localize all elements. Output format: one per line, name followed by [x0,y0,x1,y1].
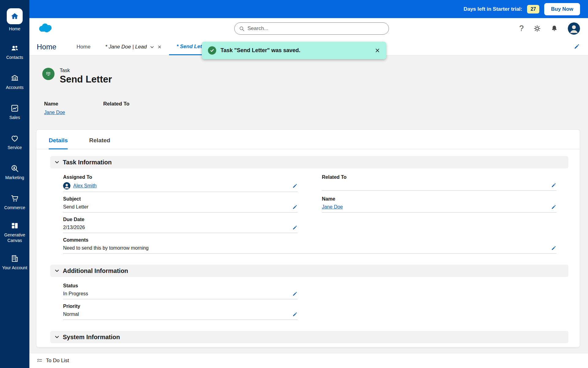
record-header: Task Send Letter [42,68,112,85]
highlight-label: Name [44,101,103,107]
edit-status-icon[interactable] [289,291,298,297]
section-additional-information[interactable]: Additional Information [50,265,568,277]
edit-subject-icon[interactable] [289,204,298,210]
field-related-to: Related To [322,174,556,192]
chevron-down-icon[interactable] [150,45,154,49]
search-input[interactable] [247,25,384,32]
home-icon [7,8,23,24]
chevron-down-icon [55,268,59,273]
todo-list-label: To Do List [46,358,69,364]
gear-icon[interactable] [533,25,541,32]
sidebar-item-label: Contacts [1,55,28,60]
edit-priority-icon[interactable] [289,312,298,317]
field-label: Subject [63,196,298,202]
highlight-related-to: Related To [103,101,162,115]
sidebar-item-label: Generative Canvas [1,232,28,243]
search-icon [239,26,245,32]
highlight-name: Name Jane Doe [44,101,103,115]
status-value: In Progress [63,291,289,297]
detail-tabs: Details Related [36,130,580,149]
name-link[interactable]: Jane Doe [322,204,343,210]
tab-details[interactable]: Details [49,137,68,149]
edit-name-icon[interactable] [548,204,556,210]
generative-canvas-icon [10,221,19,230]
comments-value: Need to send this by tomorrow morning [63,245,548,251]
record-title: Send Letter [60,74,112,85]
global-header: ? [29,18,588,39]
trial-bar: Days left in Starter trial: 27 Buy Now [29,0,588,18]
assigned-to-link[interactable]: Alex Smith [73,183,96,189]
buy-now-button[interactable]: Buy Now [544,3,580,15]
sidebar-item-accounts[interactable]: Accounts [0,67,29,97]
success-check-icon [208,46,216,55]
global-search[interactable] [234,22,389,35]
sidebar-item-label: Your Account [1,265,28,271]
sidebar-item-marketing[interactable]: Marketing [0,157,29,187]
avatar [63,182,70,190]
tab-related[interactable]: Related [89,137,110,149]
field-due-date: Due Date 2/13/2026 [63,217,298,233]
edit-comments-icon[interactable] [548,245,556,251]
field-subject: Subject Send Letter [63,196,298,213]
sidebar-item-your-account[interactable]: Your Account [0,247,29,277]
field-assigned-to: Assigned To Alex Smith [63,174,298,192]
marketing-icon [10,164,19,173]
record-name-link[interactable]: Jane Doe [44,110,65,115]
section-title: Additional Information [63,267,128,274]
sidebar-item-label: Home [1,26,28,32]
sidebar-item-service[interactable]: Service [0,127,29,157]
chevron-down-icon [55,160,59,165]
highlight-label: Related To [103,101,162,107]
sidebar-item-home[interactable]: Home [0,0,29,37]
app-sidebar: Home Contacts Accounts Sales Service Mar… [0,0,29,368]
task-icon [42,68,55,80]
todo-list-button[interactable]: To Do List [37,358,69,364]
field-comments: Comments Need to send this by tomorrow m… [63,237,556,254]
commerce-icon [10,194,19,203]
section-task-information[interactable]: Task Information [50,156,568,168]
sidebar-item-label: Service [1,145,28,151]
section-title: System Information [63,334,120,341]
sidebar-item-label: Marketing [1,175,28,181]
success-toast: Task "Send Letter" was saved. [202,42,386,59]
due-date-value: 2/13/2026 [63,225,289,230]
bell-icon[interactable] [551,25,558,32]
tab-jane-doe-lead[interactable]: * Jane Doe | Lead [98,39,169,55]
section-system-information[interactable]: System Information [50,331,568,343]
sidebar-item-commerce[interactable]: Commerce [0,187,29,217]
sidebar-item-sales[interactable]: Sales [0,97,29,127]
edit-related-to-icon[interactable] [548,182,556,188]
sidebar-item-contacts[interactable]: Contacts [0,37,29,67]
edit-page-pencil-icon[interactable] [574,43,580,51]
help-icon[interactable]: ? [519,24,524,33]
salesforce-logo [37,22,55,36]
sidebar-item-label: Sales [1,115,28,121]
tab-label: Home [77,44,90,50]
field-label: Due Date [63,217,298,222]
trial-days-badge: 27 [527,5,539,13]
contacts-icon [10,44,19,53]
user-avatar[interactable] [568,22,580,35]
close-tab-icon[interactable] [157,45,162,49]
tab-home[interactable]: Home [69,39,98,55]
sidebar-item-label: Commerce [1,205,28,211]
sidebar-item-generative-canvas[interactable]: Generative Canvas [0,217,29,247]
entity-type-label: Task [60,68,112,73]
field-name: Name Jane Doe [322,196,556,213]
highlights-panel: Name Jane Doe Related To [44,101,162,115]
main-content: Task Send Letter Name Jane Doe Related T… [29,56,588,353]
edit-assigned-to-icon[interactable] [289,183,298,189]
todo-list-icon [37,358,43,364]
edit-due-date-icon[interactable] [289,225,298,230]
field-label: Priority [63,304,298,309]
section-title: Task Information [63,159,112,166]
field-label: Comments [63,237,556,243]
field-label: Assigned To [63,174,298,180]
utility-bar: To Do List [29,353,588,368]
toast-close-icon[interactable] [375,48,380,53]
tab-label: * Jane Doe | Lead [105,44,147,50]
sales-icon [10,104,19,113]
field-label: Name [322,196,556,202]
service-icon [10,134,19,143]
accounts-icon [10,74,19,83]
